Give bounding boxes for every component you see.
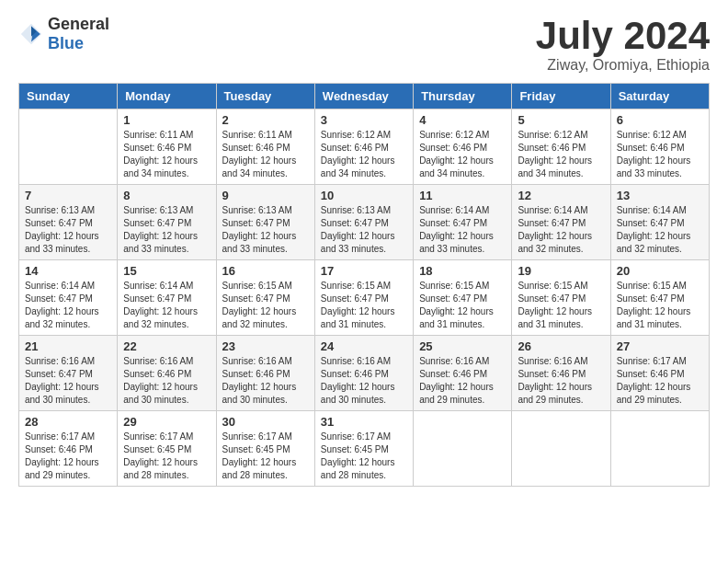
calendar-header: SundayMondayTuesdayWednesdayThursdayFrid… <box>19 84 710 109</box>
day-number: 26 <box>518 339 604 353</box>
day-info: Sunrise: 6:17 AM Sunset: 6:45 PM Dayligh… <box>321 431 407 482</box>
day-info: Sunrise: 6:17 AM Sunset: 6:46 PM Dayligh… <box>617 355 703 407</box>
calendar-cell: 16Sunrise: 6:15 AM Sunset: 6:47 PM Dayli… <box>216 260 314 336</box>
day-info: Sunrise: 6:15 AM Sunset: 6:47 PM Dayligh… <box>321 280 407 331</box>
calendar-cell: 7Sunrise: 6:13 AM Sunset: 6:47 PM Daylig… <box>19 185 118 260</box>
weekday-header-thursday: Thursday <box>414 84 512 109</box>
day-number: 20 <box>617 264 703 278</box>
day-number: 8 <box>123 189 210 202</box>
day-number: 29 <box>123 415 210 429</box>
day-number: 9 <box>222 189 309 202</box>
calendar-cell <box>512 411 610 487</box>
weekday-header-wednesday: Wednesday <box>314 84 413 109</box>
day-info: Sunrise: 6:17 AM Sunset: 6:46 PM Dayligh… <box>25 431 111 482</box>
calendar-cell: 1Sunrise: 6:11 AM Sunset: 6:46 PM Daylig… <box>118 109 216 185</box>
calendar-cell: 5Sunrise: 6:12 AM Sunset: 6:46 PM Daylig… <box>512 109 610 185</box>
day-info: Sunrise: 6:17 AM Sunset: 6:45 PM Dayligh… <box>222 431 309 482</box>
logo-blue: Blue <box>48 34 84 52</box>
calendar-cell: 14Sunrise: 6:14 AM Sunset: 6:47 PM Dayli… <box>19 260 118 336</box>
day-number: 22 <box>123 339 210 353</box>
week-row-4: 21Sunrise: 6:16 AM Sunset: 6:47 PM Dayli… <box>19 336 710 411</box>
day-info: Sunrise: 6:11 AM Sunset: 6:46 PM Dayligh… <box>222 129 309 180</box>
day-number: 14 <box>25 264 111 278</box>
title-section: July 2024 Ziway, Oromiya, Ethiopia <box>536 15 710 74</box>
weekday-header-friday: Friday <box>512 84 610 109</box>
day-info: Sunrise: 6:17 AM Sunset: 6:45 PM Dayligh… <box>123 431 210 482</box>
calendar-cell: 18Sunrise: 6:15 AM Sunset: 6:47 PM Dayli… <box>414 260 512 336</box>
week-row-3: 14Sunrise: 6:14 AM Sunset: 6:47 PM Dayli… <box>19 260 710 336</box>
weekday-header-saturday: Saturday <box>610 84 709 109</box>
day-number: 31 <box>321 415 407 429</box>
day-number: 21 <box>25 339 111 353</box>
calendar-cell <box>610 411 709 487</box>
weekday-header-row: SundayMondayTuesdayWednesdayThursdayFrid… <box>19 84 710 109</box>
page-header: General Blue July 2024 Ziway, Oromiya, E… <box>18 15 710 74</box>
calendar-cell: 8Sunrise: 6:13 AM Sunset: 6:47 PM Daylig… <box>118 185 216 260</box>
day-number: 1 <box>123 113 210 127</box>
calendar-cell: 29Sunrise: 6:17 AM Sunset: 6:45 PM Dayli… <box>118 411 216 487</box>
calendar-cell: 3Sunrise: 6:12 AM Sunset: 6:46 PM Daylig… <box>314 109 413 185</box>
day-number: 2 <box>222 113 309 127</box>
day-number: 25 <box>419 339 506 353</box>
calendar-cell: 24Sunrise: 6:16 AM Sunset: 6:46 PM Dayli… <box>314 336 413 411</box>
calendar-table: SundayMondayTuesdayWednesdayThursdayFrid… <box>18 83 710 487</box>
day-number: 24 <box>321 339 407 353</box>
calendar-cell: 15Sunrise: 6:14 AM Sunset: 6:47 PM Dayli… <box>118 260 216 336</box>
day-number: 15 <box>123 264 210 278</box>
calendar-cell: 28Sunrise: 6:17 AM Sunset: 6:46 PM Dayli… <box>19 411 118 487</box>
logo-general: General <box>48 15 109 33</box>
calendar-cell: 13Sunrise: 6:14 AM Sunset: 6:47 PM Dayli… <box>610 185 709 260</box>
day-info: Sunrise: 6:12 AM Sunset: 6:46 PM Dayligh… <box>419 129 506 180</box>
day-number: 12 <box>518 189 604 202</box>
weekday-header-monday: Monday <box>118 84 216 109</box>
day-number: 30 <box>222 415 309 429</box>
day-info: Sunrise: 6:16 AM Sunset: 6:47 PM Dayligh… <box>25 355 111 407</box>
calendar-cell: 9Sunrise: 6:13 AM Sunset: 6:47 PM Daylig… <box>216 185 314 260</box>
day-number: 7 <box>25 189 111 202</box>
day-info: Sunrise: 6:15 AM Sunset: 6:47 PM Dayligh… <box>518 280 604 331</box>
day-info: Sunrise: 6:14 AM Sunset: 6:47 PM Dayligh… <box>419 204 506 256</box>
day-number: 27 <box>617 339 703 353</box>
day-number: 16 <box>222 264 309 278</box>
day-number: 13 <box>617 189 703 202</box>
day-info: Sunrise: 6:14 AM Sunset: 6:47 PM Dayligh… <box>123 280 210 331</box>
day-info: Sunrise: 6:12 AM Sunset: 6:46 PM Dayligh… <box>321 129 407 180</box>
day-info: Sunrise: 6:12 AM Sunset: 6:46 PM Dayligh… <box>518 129 604 180</box>
calendar-cell: 19Sunrise: 6:15 AM Sunset: 6:47 PM Dayli… <box>512 260 610 336</box>
calendar-cell: 31Sunrise: 6:17 AM Sunset: 6:45 PM Dayli… <box>314 411 413 487</box>
day-info: Sunrise: 6:16 AM Sunset: 6:46 PM Dayligh… <box>419 355 506 407</box>
day-number: 10 <box>321 189 407 202</box>
day-info: Sunrise: 6:13 AM Sunset: 6:47 PM Dayligh… <box>25 204 111 256</box>
weekday-header-tuesday: Tuesday <box>216 84 314 109</box>
day-number: 19 <box>518 264 604 278</box>
logo-icon <box>18 21 44 47</box>
calendar-cell: 17Sunrise: 6:15 AM Sunset: 6:47 PM Dayli… <box>314 260 413 336</box>
day-info: Sunrise: 6:13 AM Sunset: 6:47 PM Dayligh… <box>123 204 210 256</box>
day-info: Sunrise: 6:12 AM Sunset: 6:46 PM Dayligh… <box>617 129 703 180</box>
day-info: Sunrise: 6:16 AM Sunset: 6:46 PM Dayligh… <box>518 355 604 407</box>
calendar-cell: 27Sunrise: 6:17 AM Sunset: 6:46 PM Dayli… <box>610 336 709 411</box>
day-info: Sunrise: 6:11 AM Sunset: 6:46 PM Dayligh… <box>123 129 210 180</box>
calendar-body: 1Sunrise: 6:11 AM Sunset: 6:46 PM Daylig… <box>19 109 710 487</box>
day-info: Sunrise: 6:14 AM Sunset: 6:47 PM Dayligh… <box>25 280 111 331</box>
day-number: 11 <box>419 189 506 202</box>
calendar-cell: 25Sunrise: 6:16 AM Sunset: 6:46 PM Dayli… <box>414 336 512 411</box>
day-info: Sunrise: 6:13 AM Sunset: 6:47 PM Dayligh… <box>321 204 407 256</box>
day-info: Sunrise: 6:15 AM Sunset: 6:47 PM Dayligh… <box>617 280 703 331</box>
calendar-cell: 12Sunrise: 6:14 AM Sunset: 6:47 PM Dayli… <box>512 185 610 260</box>
calendar-cell: 20Sunrise: 6:15 AM Sunset: 6:47 PM Dayli… <box>610 260 709 336</box>
calendar-cell: 21Sunrise: 6:16 AM Sunset: 6:47 PM Dayli… <box>19 336 118 411</box>
calendar-cell: 22Sunrise: 6:16 AM Sunset: 6:46 PM Dayli… <box>118 336 216 411</box>
calendar-cell: 6Sunrise: 6:12 AM Sunset: 6:46 PM Daylig… <box>610 109 709 185</box>
day-info: Sunrise: 6:15 AM Sunset: 6:47 PM Dayligh… <box>222 280 309 331</box>
day-number: 17 <box>321 264 407 278</box>
calendar-cell: 23Sunrise: 6:16 AM Sunset: 6:46 PM Dayli… <box>216 336 314 411</box>
day-info: Sunrise: 6:13 AM Sunset: 6:47 PM Dayligh… <box>222 204 309 256</box>
week-row-2: 7Sunrise: 6:13 AM Sunset: 6:47 PM Daylig… <box>19 185 710 260</box>
calendar-cell <box>19 109 118 185</box>
week-row-1: 1Sunrise: 6:11 AM Sunset: 6:46 PM Daylig… <box>19 109 710 185</box>
day-number: 23 <box>222 339 309 353</box>
day-number: 3 <box>321 113 407 127</box>
day-info: Sunrise: 6:15 AM Sunset: 6:47 PM Dayligh… <box>419 280 506 331</box>
day-number: 18 <box>419 264 506 278</box>
